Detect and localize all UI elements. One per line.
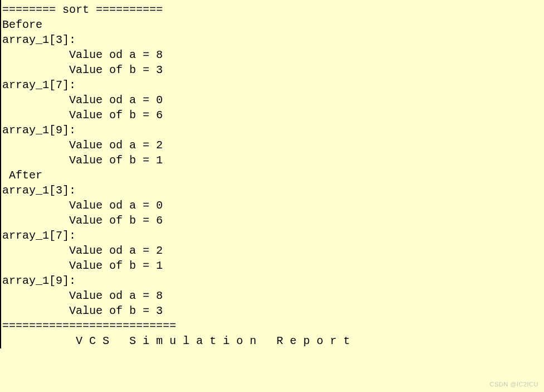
value-a: Value od a = 0	[2, 93, 544, 108]
array-index-label: array_1[7]:	[2, 78, 544, 93]
value-b: Value of b = 6	[2, 108, 544, 123]
value-b: Value of b = 6	[2, 213, 544, 228]
array-index-label: array_1[3]:	[2, 32, 544, 47]
label-before: Before	[2, 17, 544, 32]
value-b: Value of b = 3	[2, 303, 544, 318]
divider-line: ==========================	[2, 318, 544, 333]
array-index-label: array_1[7]:	[2, 228, 544, 243]
label-after: After	[2, 168, 544, 183]
terminal-output: ======== sort ========== Before array_1[…	[1, 0, 544, 349]
value-a: Value od a = 2	[2, 138, 544, 153]
value-b: Value of b = 3	[2, 62, 544, 78]
array-index-label: array_1[3]:	[2, 183, 544, 198]
value-b: Value of b = 1	[2, 153, 544, 168]
array-index-label: array_1[9]:	[2, 273, 544, 288]
value-a: Value od a = 0	[2, 198, 544, 213]
value-b: Value of b = 1	[2, 258, 544, 273]
value-a: Value od a = 8	[2, 288, 544, 303]
value-a: Value od a = 2	[2, 243, 544, 258]
section-header-sort: ======== sort ==========	[2, 2, 544, 17]
vcs-report-header: V C S S i m u l a t i o n R e p o r t	[2, 333, 544, 349]
value-a: Value od a = 8	[2, 47, 544, 62]
array-index-label: array_1[9]:	[2, 123, 544, 138]
